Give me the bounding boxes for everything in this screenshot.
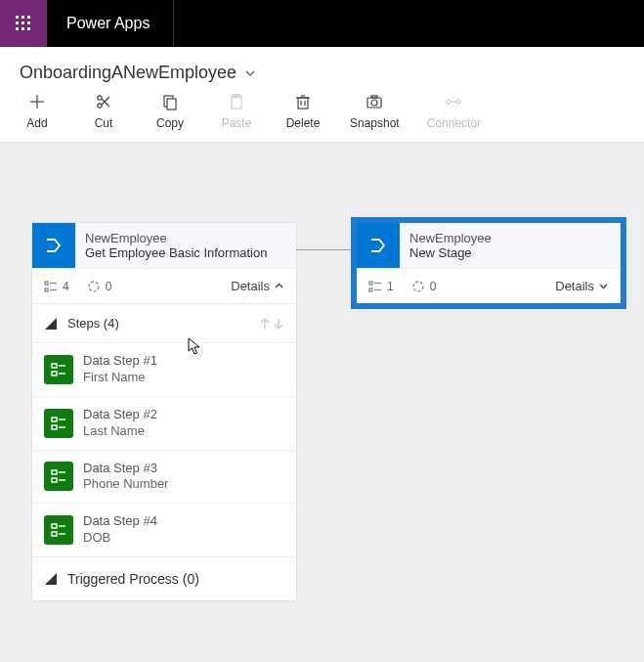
stage-title-block: NewEmployee New Stage	[400, 223, 621, 268]
connector-button: Connector	[427, 93, 481, 130]
cut-label: Cut	[95, 116, 113, 130]
step-field: Last Name	[83, 423, 157, 440]
step-row[interactable]: Data Step #3 Phone Number	[32, 450, 296, 504]
delete-button[interactable]: Delete	[283, 93, 322, 130]
breadcrumb[interactable]: OnboardingANewEmployee	[0, 47, 644, 93]
toolbar: Add Cut Copy Paste Delete Snapshot Conne…	[0, 93, 644, 143]
svg-rect-26	[371, 96, 377, 98]
app-header: Power Apps	[0, 0, 644, 47]
triangle-icon	[44, 317, 58, 331]
steps-count: 1	[387, 280, 394, 293]
step-title: Data Step #3	[83, 461, 168, 477]
snapshot-label: Snapshot	[350, 116, 400, 130]
svg-point-28	[456, 100, 460, 104]
chevron-down-icon	[244, 67, 256, 79]
duration-count: 0	[106, 280, 112, 293]
svg-rect-50	[52, 524, 57, 528]
step-field: DOB	[83, 530, 157, 547]
form-icon	[44, 355, 73, 384]
svg-rect-19	[298, 98, 308, 109]
stage-name: Get Employee Basic Information	[85, 245, 286, 260]
scissors-icon	[95, 93, 112, 110]
stage-chevron-icon	[32, 223, 75, 268]
copy-button[interactable]: Copy	[150, 93, 190, 130]
svg-rect-56	[369, 282, 372, 285]
arrow-down-icon	[273, 317, 284, 331]
svg-point-11	[98, 96, 102, 100]
stage-header[interactable]: NewEmployee Get Employee Basic Informati…	[32, 223, 296, 268]
stage-entity: NewEmployee	[409, 231, 611, 245]
svg-point-25	[371, 100, 377, 106]
details-label: Details	[231, 279, 270, 293]
step-text: Data Step #1 First Name	[83, 353, 157, 386]
stage-card-2[interactable]: NewEmployee New Stage 1 0 Details	[357, 223, 621, 303]
details-label: Details	[555, 279, 594, 293]
stage-chevron-icon	[357, 223, 400, 268]
steps-count: 4	[63, 280, 69, 293]
svg-rect-48	[52, 478, 57, 482]
app-title: Power Apps	[47, 0, 174, 47]
cut-button[interactable]: Cut	[84, 93, 123, 130]
svg-rect-5	[27, 22, 30, 24]
svg-rect-2	[27, 16, 30, 19]
waffle-icon	[16, 16, 31, 31]
copy-icon	[161, 93, 179, 110]
svg-rect-40	[52, 372, 57, 375]
app-launcher-button[interactable]	[0, 0, 47, 47]
svg-rect-4	[21, 22, 24, 24]
paste-button: Paste	[217, 93, 256, 130]
stage-card-1[interactable]: NewEmployee Get Employee Basic Informati…	[32, 223, 296, 600]
form-icon	[44, 515, 73, 545]
details-toggle[interactable]: Details	[555, 279, 609, 293]
add-button[interactable]: Add	[18, 93, 57, 130]
add-label: Add	[26, 116, 47, 130]
designer-canvas[interactable]: NewEmployee Get Employee Basic Informati…	[0, 143, 644, 662]
step-row[interactable]: Data Step #4 DOB	[32, 503, 296, 556]
svg-rect-8	[27, 27, 30, 30]
step-title: Data Step #2	[83, 407, 157, 423]
form-icon	[44, 409, 73, 438]
step-field: Phone Number	[83, 476, 168, 493]
arrow-up-icon	[259, 317, 271, 331]
paste-icon	[228, 93, 245, 110]
connector-label: Connector	[427, 116, 481, 130]
svg-rect-7	[21, 27, 24, 30]
svg-marker-54	[45, 573, 57, 585]
stage-meta-row: 4 0 Details	[32, 268, 296, 303]
reorder-arrows	[259, 317, 284, 331]
step-row[interactable]: Data Step #2 Last Name	[32, 396, 296, 450]
connector-icon	[445, 93, 462, 110]
snapshot-button[interactable]: Snapshot	[350, 93, 400, 130]
plus-icon	[28, 93, 46, 110]
copy-label: Copy	[156, 116, 184, 130]
triggered-process-row[interactable]: Triggered Process (0)	[32, 556, 296, 600]
details-toggle[interactable]: Details	[231, 279, 284, 293]
triangle-icon	[44, 572, 58, 586]
stage-name: New Stage	[409, 245, 611, 260]
svg-rect-3	[16, 22, 19, 24]
svg-point-34	[89, 282, 99, 291]
svg-rect-42	[52, 418, 57, 421]
svg-rect-44	[52, 425, 57, 429]
svg-rect-1	[21, 16, 24, 19]
steps-header-label: Steps (4)	[67, 316, 249, 331]
steps-section-header[interactable]: Steps (4)	[32, 303, 296, 342]
svg-point-60	[413, 282, 423, 291]
svg-rect-46	[52, 470, 57, 474]
paste-label: Paste	[222, 116, 252, 130]
svg-rect-52	[52, 532, 57, 536]
triggered-label: Triggered Process (0)	[67, 571, 199, 587]
stage-header[interactable]: NewEmployee New Stage	[357, 223, 621, 268]
svg-rect-58	[369, 288, 372, 291]
stage-meta-row: 1 0 Details	[357, 268, 621, 303]
step-field: First Name	[83, 370, 157, 386]
list-icon	[44, 280, 58, 293]
step-row[interactable]: Data Step #1 First Name	[32, 342, 296, 396]
svg-rect-32	[45, 288, 48, 291]
chevron-up-icon	[274, 281, 284, 291]
chevron-down-icon	[598, 281, 609, 291]
stage-connector-line	[296, 249, 357, 250]
process-name: OnboardingANewEmployee	[20, 63, 236, 83]
delete-label: Delete	[286, 116, 321, 130]
duration-item: 0	[411, 280, 437, 293]
